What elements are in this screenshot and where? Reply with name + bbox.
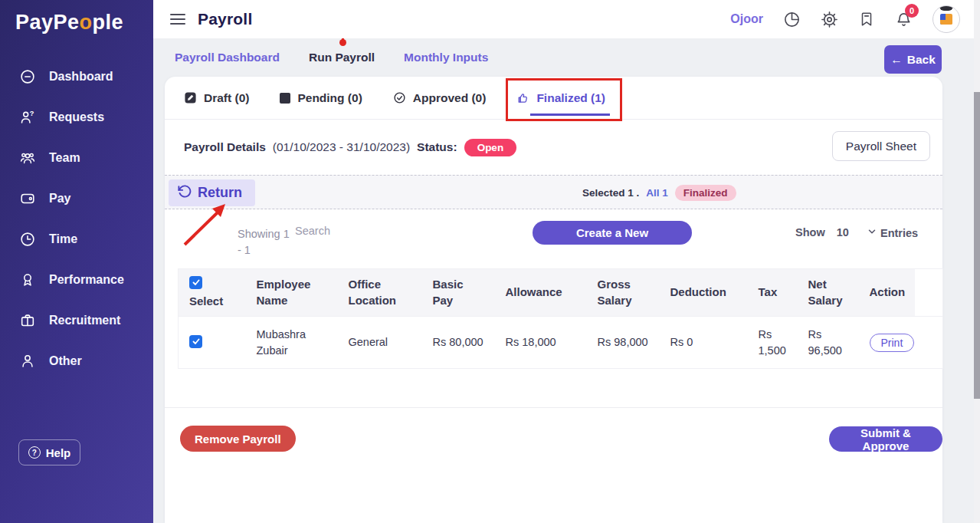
finalized-filter-badge: Finalized (675, 185, 736, 201)
nav-run-payroll-label: Run Payroll (309, 51, 375, 64)
sidebar-item-recruitment[interactable]: Recruitment (0, 300, 153, 340)
pending-square-icon (280, 93, 290, 104)
cell-office-location: General (338, 317, 422, 369)
user-link[interactable]: Ojoor (730, 12, 763, 26)
cell-allowance: Rs 18,000 (495, 317, 587, 369)
tab-pending[interactable]: Pending (0) (280, 77, 362, 119)
top-header: Payroll Ojoor 0 (153, 0, 974, 38)
payroll-details-row: Payroll Details (01/10/2023 - 31/10/2023… (165, 120, 942, 175)
logo-text: PayPe (15, 11, 80, 34)
payroll-page: PayPeople Dashboard ? Requests Team (0, 0, 980, 523)
column-deduction: Deduction (660, 269, 748, 317)
sidebar-item-label: Dashboard (49, 70, 113, 84)
showing-count: Showing 1 - 1 (238, 226, 290, 258)
payroll-card: Draft (0) Pending (0) Approved (0) Final… (165, 77, 942, 523)
cell-tax: Rs 1,500 (748, 317, 798, 369)
tab-draft[interactable]: Draft (0) (184, 77, 249, 119)
annotation-pointer-dot (339, 39, 346, 46)
nav-monthly-inputs[interactable]: Monthly Inputs (404, 51, 488, 64)
column-action: Action (859, 269, 915, 317)
return-button[interactable]: Return (169, 179, 255, 206)
select-all-checkbox[interactable] (189, 276, 202, 289)
column-basic-pay: Basic Pay (422, 269, 495, 317)
sidebar: PayPeople Dashboard ? Requests Team (0, 0, 153, 523)
details-title: Payroll Details (184, 140, 266, 154)
scrollbar-thumb[interactable] (974, 92, 980, 399)
sidebar-item-label: Recruitment (49, 314, 120, 327)
team-icon (18, 149, 37, 167)
sidebar-item-label: Other (49, 354, 82, 368)
all-filter-link[interactable]: All 1 (646, 187, 668, 199)
avatar-image (940, 14, 952, 25)
back-label: Back (907, 53, 936, 67)
sidebar-item-label: Performance (49, 273, 124, 287)
table-header-row: Select Employee Name Office Location Bas… (179, 269, 943, 317)
status-badge: Open (464, 139, 517, 156)
settings-gear-icon[interactable] (821, 11, 838, 28)
entries-dropdown[interactable]: Entries (867, 226, 918, 239)
payroll-subnav: Payroll Dashboard Run Payroll Monthly In… (153, 38, 974, 77)
approved-check-icon (393, 91, 406, 104)
cell-gross-salary: Rs 98,000 (587, 317, 660, 369)
selection-strip: Return Selected 1 . All 1 Finalized (165, 175, 942, 209)
pie-chart-icon[interactable] (783, 11, 801, 28)
print-button[interactable]: Print (870, 334, 915, 352)
page-scrollbar[interactable] (974, 0, 980, 523)
create-new-button[interactable]: Create a New (533, 221, 692, 245)
sidebar-item-team[interactable]: Team (0, 137, 153, 178)
sidebar-item-dashboard[interactable]: Dashboard (0, 56, 153, 97)
tab-pending-label: Pending (0) (297, 91, 362, 105)
page-size-control[interactable]: Show 10 (795, 226, 849, 238)
tab-approved[interactable]: Approved (0) (393, 77, 487, 119)
time-clock-icon (18, 230, 37, 248)
tab-approved-label: Approved (0) (413, 91, 487, 105)
sidebar-item-pay[interactable]: Pay (0, 178, 153, 219)
cell-action: Print (859, 317, 915, 369)
payroll-details: Payroll Details (01/10/2023 - 31/10/2023… (184, 139, 516, 156)
tab-draft-label: Draft (0) (204, 91, 249, 105)
column-net-salary: Net Salary (798, 269, 859, 317)
help-label: Help (46, 446, 71, 459)
column-employee-name: Employee Name (246, 269, 338, 317)
sidebar-item-other[interactable]: Other (0, 340, 153, 381)
selection-summary: Selected 1 . All 1 Finalized (582, 185, 736, 201)
notification-badge: 0 (905, 4, 919, 18)
sidebar-item-time[interactable]: Time (0, 219, 153, 259)
cell-deduction: Rs 0 (660, 317, 748, 369)
chevron-down-icon (867, 226, 877, 239)
hamburger-menu-icon[interactable] (170, 14, 185, 25)
row-checkbox[interactable] (189, 335, 202, 348)
page-size-value: 10 (837, 226, 849, 238)
table-controls: Showing 1 - 1 Create a New Show 10 Entri… (165, 209, 942, 271)
nav-run-payroll[interactable]: Run Payroll (309, 51, 375, 64)
search-input[interactable] (295, 225, 387, 237)
tab-finalized[interactable]: Finalized (1) (516, 77, 605, 119)
sidebar-item-performance[interactable]: Performance (0, 259, 153, 300)
sidebar-item-requests[interactable]: ? Requests (0, 97, 153, 137)
help-question-icon: ? (28, 446, 41, 459)
column-select: Select (179, 269, 246, 317)
section-divider (165, 407, 942, 408)
submit-approve-button[interactable]: Submit & Approve (829, 426, 942, 452)
status-label: Status: (417, 140, 457, 154)
sidebar-item-label: Requests (49, 110, 104, 124)
user-avatar[interactable] (932, 5, 960, 33)
status-tabs: Draft (0) Pending (0) Approved (0) Final… (165, 77, 942, 120)
other-person-icon (18, 352, 37, 370)
back-button[interactable]: ← Back (884, 45, 942, 74)
logo-text-end: ple (93, 11, 124, 34)
column-office-location: Office Location (338, 269, 422, 317)
nav-payroll-dashboard[interactable]: Payroll Dashboard (175, 51, 280, 64)
cell-basic-pay: Rs 80,000 (422, 317, 495, 369)
cell-net-salary: Rs 96,500 (798, 317, 859, 369)
cell-filler (915, 317, 943, 369)
remove-payroll-button[interactable]: Remove Payroll (180, 426, 296, 452)
active-tab-underline (530, 113, 610, 116)
help-button[interactable]: ? Help (18, 439, 80, 465)
bookmark-icon[interactable] (858, 11, 875, 28)
payroll-sheet-button[interactable]: Payroll Sheet (832, 131, 930, 161)
notifications-bell-icon[interactable]: 0 (895, 11, 913, 28)
sidebar-item-label: Time (49, 232, 77, 246)
entries-label: Entries (880, 227, 918, 239)
return-label: Return (198, 185, 242, 201)
